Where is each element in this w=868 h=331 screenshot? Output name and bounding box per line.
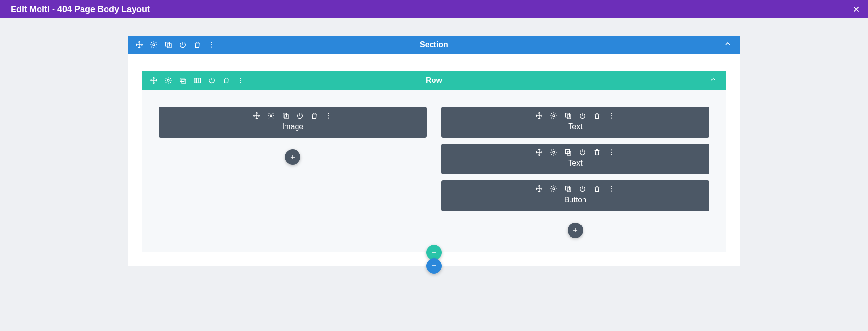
trash-icon[interactable] (593, 185, 601, 193)
move-icon[interactable] (535, 148, 543, 156)
plus-icon (430, 249, 438, 256)
section-label: Section (128, 40, 740, 49)
more-icon[interactable] (608, 112, 615, 119)
power-icon[interactable] (208, 77, 216, 84)
plus-icon (289, 153, 297, 161)
close-button[interactable] (852, 4, 861, 14)
move-icon[interactable] (150, 77, 158, 84)
more-icon[interactable] (208, 41, 216, 49)
add-section-button[interactable] (426, 258, 442, 274)
gear-icon[interactable] (550, 148, 557, 156)
move-icon[interactable] (535, 185, 543, 193)
module-label: Text (441, 159, 709, 168)
duplicate-icon[interactable] (564, 112, 572, 119)
chevron-up-icon (709, 76, 717, 83)
close-icon (853, 5, 860, 13)
plus-icon (430, 262, 438, 270)
module-label: Button (441, 196, 709, 204)
trash-icon[interactable] (311, 112, 318, 119)
module-button[interactable]: Button (441, 180, 709, 211)
module-tools (441, 112, 709, 119)
power-icon[interactable] (579, 148, 586, 156)
chevron-up-icon (724, 40, 732, 48)
module-text[interactable]: Text (441, 107, 709, 138)
power-icon[interactable] (179, 41, 187, 49)
trash-icon[interactable] (593, 148, 601, 156)
trash-icon[interactable] (193, 41, 201, 49)
column-right: Text Text (441, 107, 709, 238)
add-module-button[interactable] (568, 223, 583, 238)
duplicate-icon[interactable] (564, 185, 572, 193)
trash-icon[interactable] (222, 77, 230, 84)
section: Section Row (128, 36, 740, 266)
gear-icon[interactable] (164, 77, 172, 84)
module-tools (441, 185, 709, 193)
row: Row (142, 71, 726, 252)
modal-title: Edit Molti - 404 Page Body Layout (11, 4, 150, 14)
module-label: Text (441, 122, 709, 131)
row-header[interactable]: Row (142, 71, 726, 90)
row-body: Image (142, 90, 726, 252)
more-icon[interactable] (608, 148, 615, 156)
section-tools (128, 41, 216, 49)
columns-icon[interactable] (193, 77, 201, 84)
section-header[interactable]: Section (128, 36, 740, 54)
row-tools (142, 77, 244, 84)
gear-icon[interactable] (267, 112, 275, 119)
more-icon[interactable] (608, 185, 615, 193)
modal-header: Edit Molti - 404 Page Body Layout (0, 0, 868, 18)
power-icon[interactable] (296, 112, 304, 119)
builder-canvas: Section Row (0, 18, 868, 295)
gear-icon[interactable] (550, 112, 557, 119)
duplicate-icon[interactable] (282, 112, 289, 119)
duplicate-icon[interactable] (179, 77, 187, 84)
move-icon[interactable] (136, 41, 143, 49)
module-image[interactable]: Image (159, 107, 427, 138)
plus-icon (571, 226, 579, 234)
more-icon[interactable] (325, 112, 333, 119)
move-icon[interactable] (253, 112, 260, 119)
duplicate-icon[interactable] (564, 148, 572, 156)
module-label: Image (159, 122, 427, 131)
power-icon[interactable] (579, 112, 586, 119)
section-body: Row (128, 54, 740, 266)
duplicate-icon[interactable] (164, 41, 172, 49)
module-text[interactable]: Text (441, 144, 709, 174)
power-icon[interactable] (579, 185, 586, 193)
collapse-button[interactable] (724, 40, 740, 50)
move-icon[interactable] (535, 112, 543, 119)
more-icon[interactable] (237, 77, 244, 84)
add-module-button[interactable] (285, 149, 300, 165)
module-tools (441, 148, 709, 156)
gear-icon[interactable] (150, 41, 158, 49)
collapse-button[interactable] (709, 76, 726, 85)
column-left: Image (159, 107, 427, 238)
gear-icon[interactable] (550, 185, 557, 193)
trash-icon[interactable] (593, 112, 601, 119)
module-tools (159, 112, 427, 119)
